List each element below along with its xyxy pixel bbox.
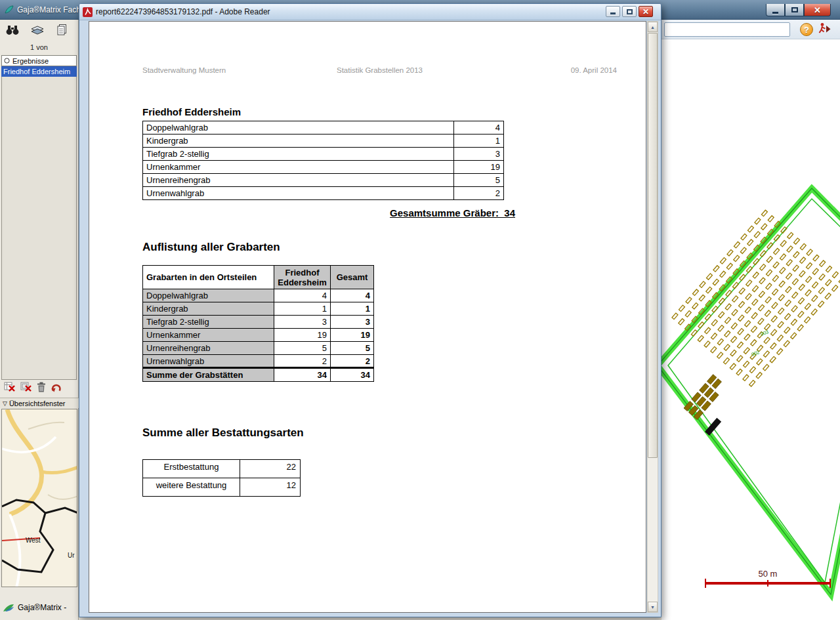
reader-window-controls: ✕ [606,6,653,17]
pdf-icon [83,7,93,17]
reader-maximize-button[interactable] [622,6,637,17]
undo-icon [51,382,62,392]
search-input[interactable] [664,22,790,37]
type-cell: Urnenreihengrab [143,342,274,355]
cemetery-map-graphic: 003 002 50 m [662,39,840,620]
listing-header-total: Gesamt [331,266,374,289]
exit-button[interactable] [816,22,832,37]
results-list-body[interactable] [1,77,77,380]
burials-table: Erstbestattung22 weitere Bestattung12 [142,459,301,497]
reader-close-button[interactable]: ✕ [639,6,653,17]
total-cell: 2 [331,355,374,368]
results-header[interactable]: Ergebnisse [1,55,77,66]
sidebar-toolbar [4,22,71,37]
close-icon: ✕ [814,6,821,14]
close-icon: ✕ [642,8,649,16]
help-button[interactable]: ? [800,23,813,36]
grave-count-cell: 1 [454,134,504,148]
question-mark-icon: ? [804,25,809,35]
table-row: Urnenwahlgrab2 [143,187,504,200]
grave-count-cell: 4 [454,121,504,134]
scrollbar-thumb[interactable] [648,33,658,458]
section-title-cemetery: Friedhof Eddersheim [142,106,241,117]
grave-type-cell: Urnenreihengrab [143,174,454,187]
total-cell: 3 [331,316,374,329]
app-window-controls: ✕ [766,4,831,16]
listing-header-cemetery: Friedhof Eddersheim [274,266,331,289]
minimize-icon [610,12,616,14]
table-total-row: Summe der Grabstätten 34 34 [143,368,374,382]
app-maximize-button[interactable] [785,4,804,16]
gaja-logo-icon [3,604,14,612]
clear-selection-button[interactable] [4,382,16,395]
reader-titlebar[interactable]: report6222473964853179132.pdf - Adobe Re… [79,4,661,20]
total-cell: 1 [331,302,374,316]
type-cell: Tiefgrab 2-stellig [143,316,274,329]
reader-minimize-button[interactable] [606,6,620,17]
total-sum-cell: 34 [331,368,374,382]
count-cell: 3 [274,316,331,329]
grave-type-cell: Kindergrab [143,134,454,148]
table-row: Urnenkammer19 [143,161,504,174]
graves-total-label: Gesamtsumme Gräber: 34 [142,207,515,218]
count-cell: 1 [274,302,331,316]
app-window-title: Gaja®Matrix Fach [17,5,81,14]
count-cell: 19 [274,329,331,342]
radio-icon [4,58,10,64]
scroll-down-button[interactable]: ▼ [648,602,658,612]
reader-window-title: report6222473964853179132.pdf - Adobe Re… [96,7,270,16]
app-close-button[interactable]: ✕ [804,4,831,16]
arrow-down-icon: ▼ [650,605,655,610]
report-icon [56,24,68,35]
type-cell: Urnenkammer [143,329,274,342]
total-cell: 19 [331,329,374,342]
trash-icon [37,382,46,392]
burial-count-cell: 22 [240,460,301,478]
minimap-graphic: West Ur [2,409,77,587]
maximize-icon [791,7,798,12]
map-view[interactable]: 003 002 50 m [662,39,840,620]
scroll-up-button[interactable]: ▲ [648,22,658,32]
table-row: weitere Bestattung12 [143,478,301,497]
find-button[interactable] [4,22,21,37]
grave-type-cell: Tiefgrab 2-stellig [143,148,454,161]
table-delete-icon [4,382,16,392]
reader-window: report6222473964853179132.pdf - Adobe Re… [79,3,662,617]
report-button[interactable] [54,22,71,37]
sidebar-actions [4,382,62,395]
app-minimize-button[interactable] [766,4,785,16]
type-cell: Urnenwahlgrab [143,355,274,368]
total-cell: 5 [331,342,374,355]
graves-table: Doppelwahlgrab4 Kindergrab1 Tiefgrab 2-s… [142,121,504,200]
total-label-cell: Summe der Grabstätten [143,368,274,382]
map-section-label-003: 003 [760,329,770,337]
table-row: Erstbestattung22 [143,460,301,478]
table-row: Kindergrab1 [143,134,504,148]
status-bar: Gaja®Matrix - [3,603,66,612]
listing-header-types: Grabarten in den Ortsteilen [143,266,274,289]
sidebar: 1 von Ergebnisse Friedhof Eddersheim [0,20,79,620]
grave-type-cell: Urnenkammer [143,161,454,174]
minimap-label-ur: Ur [68,552,75,559]
delete-button[interactable] [37,382,46,395]
table-row: Kindergrab11 [143,302,374,316]
grave-count-cell: 2 [454,187,504,200]
burial-type-cell: weitere Bestattung [143,478,240,497]
overview-panel-header[interactable]: ▽ Übersichtsfenster [0,398,79,408]
binoculars-icon [5,24,20,35]
undo-button[interactable] [51,382,62,395]
total-count-cell: 34 [274,368,331,382]
overview-minimap[interactable]: West Ur [1,409,77,587]
pdf-header-date: 09. April 2014 [477,66,617,74]
result-item-selected[interactable]: Friedhof Eddersheim [1,66,77,77]
type-cell: Kindergrab [143,302,274,316]
table-row: Tiefgrab 2-stellig3 [143,148,504,161]
overview-panel-label: Übersichtsfenster [9,400,66,407]
app-logo-icon [4,5,14,18]
table-row: Urnenwahlgrab22 [143,355,374,368]
layers-button[interactable] [29,22,46,37]
clear-all-button[interactable] [20,382,32,395]
pdf-page-header: Stadtverwaltung Mustern Statistik Grabst… [142,66,617,74]
burial-count-cell: 12 [240,478,301,497]
vertical-scrollbar[interactable]: ▲ ▼ [647,21,658,613]
